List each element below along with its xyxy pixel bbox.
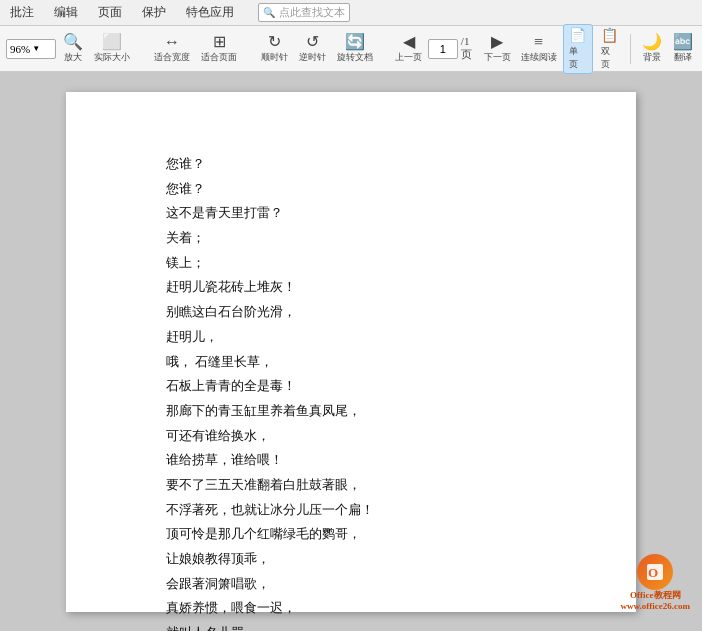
zoom-label: 放大 [64, 51, 82, 64]
page-number-input[interactable] [428, 39, 458, 59]
menu-special[interactable]: 特色应用 [182, 3, 238, 22]
line-9: 哦， 石缝里长草， [166, 350, 556, 375]
fit-page-icon: ⊞ [213, 34, 226, 50]
divider-4 [630, 34, 631, 64]
rotate-doc-label: 旋转文档 [337, 51, 373, 64]
menu-page[interactable]: 页面 [94, 3, 126, 22]
next-label: 下一页 [484, 51, 511, 64]
rotate-cw-label: 顺时针 [261, 51, 288, 64]
single-page-icon: 📄 [569, 27, 586, 44]
continuous-read-button[interactable]: ≡ 连续阅读 [517, 32, 560, 66]
brand-badge: O Office教程网 www.office26.com [621, 554, 690, 613]
rotate-ccw-label: 逆时针 [299, 51, 326, 64]
zoom-select[interactable]: 96% ▼ [6, 39, 56, 59]
zoom-value: 96% [10, 43, 30, 55]
background-label: 背景 [643, 51, 661, 64]
actual-size-button[interactable]: ⬜ 实际大小 [90, 32, 134, 66]
fit-width-icon: ↔ [164, 34, 180, 50]
menu-protect[interactable]: 保护 [138, 3, 170, 22]
continuous-label: 连续阅读 [521, 51, 557, 64]
translate-icon: 🔤 [673, 34, 693, 50]
rotate-cw-icon: ↻ [268, 34, 281, 50]
line-16: 顶可怜是那几个红嘴绿毛的鹦哥， [166, 522, 556, 547]
line-4: 关着； [166, 226, 556, 251]
actual-size-icon: ⬜ [102, 34, 122, 50]
brand-line1: Office教程网 [621, 590, 690, 602]
fit-width-label: 适合宽度 [154, 51, 190, 64]
two-page-icon: 📋 [601, 27, 618, 44]
menu-bar: 批注 编辑 页面 保护 特色应用 🔍 点此查找文本 [0, 0, 702, 26]
translate-label: 翻译 [674, 51, 692, 64]
rotate-ccw-button[interactable]: ↺ 逆时针 [295, 32, 330, 66]
rotate-doc-button[interactable]: 🔄 旋转文档 [333, 32, 377, 66]
rotate-doc-icon: 🔄 [345, 34, 365, 50]
page-nav: ◀ 上一页 /1页 ▶ 下一页 [393, 32, 513, 66]
line-2: 您谁？ [166, 177, 556, 202]
zoom-group: 96% ▼ 🔍 放大 ⬜ 实际大小 [6, 32, 134, 66]
line-17: 让娘娘教得顶乖， [166, 547, 556, 572]
single-label: 单页 [569, 45, 587, 71]
search-placeholder: 点此查找文本 [279, 5, 345, 20]
rotate-group: ↻ 顺时针 ↺ 逆时针 🔄 旋转文档 [257, 32, 377, 66]
zoom-dropdown-icon: ▼ [32, 44, 40, 53]
line-3: 这不是青天里打雷？ [166, 201, 556, 226]
menu-annotate[interactable]: 批注 [6, 3, 38, 22]
prev-page-button[interactable]: ◀ 上一页 [393, 32, 425, 66]
line-8: 赶明儿， [166, 325, 556, 350]
translate-button[interactable]: 🔤 翻译 [669, 32, 697, 66]
document-content: 您谁？ 您谁？ 这不是青天里打雷？ 关着； 镁上； 赶明儿瓷花砖上堆灰！ 别瞧这… [166, 152, 556, 631]
fit-group: ↔ 适合宽度 ⊞ 适合页面 [150, 32, 241, 66]
line-6: 赶明儿瓷花砖上堆灰！ [166, 275, 556, 300]
line-20: 就叫人名儿骂， [166, 621, 556, 631]
rotate-ccw-icon: ↺ [306, 34, 319, 50]
line-18: 会跟著洞箫唱歌， [166, 572, 556, 597]
two-page-label: 双页 [601, 45, 619, 71]
prev-label: 上一页 [395, 51, 422, 64]
fit-width-button[interactable]: ↔ 适合宽度 [150, 32, 194, 66]
svg-text:O: O [648, 565, 658, 580]
search-box[interactable]: 🔍 点此查找文本 [258, 3, 350, 22]
fit-page-button[interactable]: ⊞ 适合页面 [197, 32, 241, 66]
next-icon: ▶ [491, 34, 503, 50]
line-14: 要不了三五天准翻着白肚鼓著眼， [166, 473, 556, 498]
right-toolbar: ≡ 连续阅读 📄 单页 📋 双页 🌙 背景 🔤 翻译 [517, 24, 697, 74]
actual-size-label: 实际大小 [94, 51, 130, 64]
office-logo-icon: O [644, 561, 666, 583]
background-button[interactable]: 🌙 背景 [638, 32, 666, 66]
brand-logo: O [637, 554, 673, 590]
fit-page-label: 适合页面 [201, 51, 237, 64]
single-page-button[interactable]: 📄 单页 [563, 24, 593, 74]
brand-line2: www.office26.com [621, 601, 690, 613]
two-page-button[interactable]: 📋 双页 [596, 25, 624, 73]
line-12: 可还有谁给换水， [166, 424, 556, 449]
line-19: 真娇养惯，喂食一迟， [166, 596, 556, 621]
line-15: 不浮著死，也就让冰分儿压一个扁！ [166, 498, 556, 523]
toolbar: 96% ▼ 🔍 放大 ⬜ 实际大小 ↔ 适合宽度 ⊞ 适合页面 ↻ 顺时针 ↺ [0, 26, 702, 72]
line-10: 石板上青青的全是毒！ [166, 374, 556, 399]
line-13: 谁给捞草，谁给喂！ [166, 448, 556, 473]
search-icon: 🔍 [263, 7, 275, 18]
line-1: 您谁？ [166, 152, 556, 177]
line-5: 镁上； [166, 251, 556, 276]
line-11: 那廊下的青玉缸里养着鱼真凤尾， [166, 399, 556, 424]
menu-edit[interactable]: 编辑 [50, 3, 82, 22]
brand-text: Office教程网 www.office26.com [621, 590, 690, 613]
main-area: 您谁？ 您谁？ 这不是青天里打雷？ 关着； 镁上； 赶明儿瓷花砖上堆灰！ 别瞧这… [0, 72, 702, 631]
prev-icon: ◀ [403, 34, 415, 50]
line-7: 别瞧这白石台阶光滑， [166, 300, 556, 325]
page-total: /1页 [461, 35, 478, 62]
zoom-button[interactable]: 🔍 放大 [59, 32, 87, 66]
magnify-icon: 🔍 [63, 34, 83, 50]
document-page: 您谁？ 您谁？ 这不是青天里打雷？ 关着； 镁上； 赶明儿瓷花砖上堆灰！ 别瞧这… [66, 92, 636, 612]
continuous-icon: ≡ [534, 34, 543, 50]
next-page-button[interactable]: ▶ 下一页 [481, 32, 513, 66]
rotate-cw-button[interactable]: ↻ 顺时针 [257, 32, 292, 66]
background-icon: 🌙 [642, 34, 662, 50]
